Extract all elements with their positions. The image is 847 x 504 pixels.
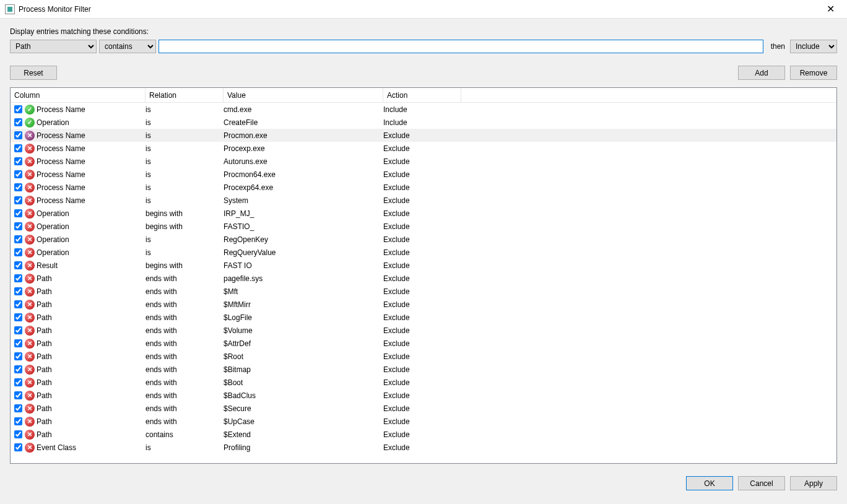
apply-button[interactable]: Apply — [790, 476, 837, 490]
filter-row-item[interactable]: ✓Process Nameiscmd.exeInclude — [11, 103, 836, 116]
row-checkbox[interactable] — [14, 235, 22, 243]
filter-row-item[interactable]: ✕Pathends with$BootExclude — [11, 376, 836, 389]
row-checkbox[interactable] — [14, 326, 22, 334]
exclude-icon: ✕ — [25, 417, 35, 427]
exclude-icon: ✕ — [25, 196, 35, 206]
filter-row-item[interactable]: ✕Event ClassisProfilingExclude — [11, 441, 836, 454]
filter-row-item[interactable]: ✕Pathends withpagefile.sysExclude — [11, 272, 836, 285]
value-input[interactable] — [159, 40, 763, 53]
row-checkbox[interactable] — [14, 131, 22, 139]
row-checkbox[interactable] — [14, 365, 22, 373]
row-relation: is — [146, 235, 224, 244]
row-relation: ends with — [146, 274, 224, 283]
filter-row-item[interactable]: ✕Pathends with$MftMirrExclude — [11, 298, 836, 311]
header-column[interactable]: Column — [11, 88, 146, 102]
filter-row-item[interactable]: ✕Pathends with$MftExclude — [11, 285, 836, 298]
relation-select[interactable]: contains — [99, 40, 156, 53]
filter-row-item[interactable]: ✕Pathends with$UpCaseExclude — [11, 415, 836, 428]
row-checkbox[interactable] — [14, 352, 22, 360]
row-checkbox[interactable] — [14, 287, 22, 295]
row-action: Exclude — [383, 131, 461, 140]
exclude-icon: ✕ — [25, 443, 35, 453]
filter-row-item[interactable]: ✕Operationbegins withFASTIO_Exclude — [11, 220, 836, 233]
row-checkbox[interactable] — [14, 248, 22, 256]
row-checkbox[interactable] — [14, 157, 22, 165]
filter-list: Column Relation Value Action ✓Process Na… — [10, 87, 837, 464]
row-value: Procexp64.exe — [224, 183, 383, 192]
row-checkbox[interactable] — [14, 404, 22, 412]
list-header: Column Relation Value Action — [11, 88, 836, 103]
row-checkbox[interactable] — [14, 417, 22, 425]
ok-button[interactable]: OK — [686, 476, 733, 490]
filter-row-item[interactable]: ✓OperationisCreateFileInclude — [11, 116, 836, 129]
filter-row-item[interactable]: ✕Pathends with$BadClusExclude — [11, 389, 836, 402]
filter-row-item[interactable]: ✕OperationisRegQueryValueExclude — [11, 246, 836, 259]
conditions-label: Display entries matching these condition… — [10, 27, 837, 36]
row-value: pagefile.sys — [224, 274, 383, 283]
remove-button[interactable]: Remove — [790, 66, 837, 80]
header-relation[interactable]: Relation — [146, 88, 224, 102]
exclude-icon: ✕ — [25, 365, 35, 375]
filter-row-item[interactable]: ✕Pathends with$BitmapExclude — [11, 363, 836, 376]
filter-row-item[interactable]: ✕Process NameisAutoruns.exeExclude — [11, 155, 836, 168]
filter-row-item[interactable]: ✕Pathcontains$ExtendExclude — [11, 428, 836, 441]
row-column: Path — [37, 287, 146, 296]
exclude-icon: ✕ — [25, 352, 35, 362]
row-column: Process Name — [37, 183, 146, 192]
row-action: Exclude — [383, 339, 461, 348]
row-checkbox[interactable] — [14, 105, 22, 113]
exclude-icon: ✕ — [25, 235, 35, 245]
close-button[interactable]: ✕ — [820, 1, 841, 17]
row-checkbox[interactable] — [14, 222, 22, 230]
row-checkbox[interactable] — [14, 313, 22, 321]
row-checkbox[interactable] — [14, 378, 22, 386]
row-checkbox[interactable] — [14, 118, 22, 126]
filter-row-item[interactable]: ✕Process NameisProcmon64.exeExclude — [11, 168, 836, 181]
row-relation: ends with — [146, 391, 224, 400]
row-checkbox[interactable] — [14, 196, 22, 204]
row-action: Exclude — [383, 235, 461, 244]
filter-row-item[interactable]: ✕Process NameisProcexp.exeExclude — [11, 142, 836, 155]
row-checkbox[interactable] — [14, 339, 22, 347]
row-relation: ends with — [146, 378, 224, 387]
filter-row-item[interactable]: ✕Pathends with$VolumeExclude — [11, 324, 836, 337]
add-button[interactable]: Add — [738, 66, 785, 80]
row-action: Exclude — [383, 209, 461, 218]
exclude-icon: ✕ — [25, 326, 35, 336]
filter-row-item[interactable]: ✕Resultbegins withFAST IOExclude — [11, 259, 836, 272]
filter-row-item[interactable]: ✕OperationisRegOpenKeyExclude — [11, 233, 836, 246]
row-relation: ends with — [146, 287, 224, 296]
row-checkbox[interactable] — [14, 300, 22, 308]
filter-row-item[interactable]: ✕Pathends with$RootExclude — [11, 350, 836, 363]
row-column: Path — [37, 391, 146, 400]
row-checkbox[interactable] — [14, 274, 22, 282]
row-checkbox[interactable] — [14, 443, 22, 451]
cancel-button[interactable]: Cancel — [738, 476, 785, 490]
filter-row-item[interactable]: ✕Pathends with$LogFileExclude — [11, 311, 836, 324]
row-checkbox[interactable] — [14, 209, 22, 217]
row-value: System — [224, 196, 383, 205]
row-checkbox[interactable] — [14, 144, 22, 152]
row-checkbox[interactable] — [14, 183, 22, 191]
row-action: Exclude — [383, 443, 461, 452]
filter-row-item[interactable]: ✕Operationbegins withIRP_MJ_Exclude — [11, 207, 836, 220]
row-relation: is — [146, 170, 224, 179]
row-checkbox[interactable] — [14, 430, 22, 438]
column-select[interactable]: Path — [10, 40, 97, 53]
row-checkbox[interactable] — [14, 391, 22, 399]
filter-row-item[interactable]: ✕Process NameisProcexp64.exeExclude — [11, 181, 836, 194]
filter-row-item[interactable]: ✕Pathends with$SecureExclude — [11, 402, 836, 415]
filter-row-item[interactable]: ✕Process NameisSystemExclude — [11, 194, 836, 207]
filter-row-item[interactable]: ✕Process NameisProcmon.exeExclude — [11, 129, 836, 142]
filter-row-item[interactable]: ✕Pathends with$AttrDefExclude — [11, 337, 836, 350]
row-checkbox[interactable] — [14, 170, 22, 178]
header-action[interactable]: Action — [383, 88, 461, 102]
reset-button[interactable]: Reset — [10, 66, 57, 80]
header-value[interactable]: Value — [224, 88, 383, 102]
row-checkbox[interactable] — [14, 261, 22, 269]
row-column: Process Name — [37, 170, 146, 179]
row-column: Result — [37, 261, 146, 270]
row-column: Process Name — [37, 196, 146, 205]
action-select[interactable]: Include — [790, 40, 837, 53]
include-icon: ✓ — [25, 118, 35, 128]
